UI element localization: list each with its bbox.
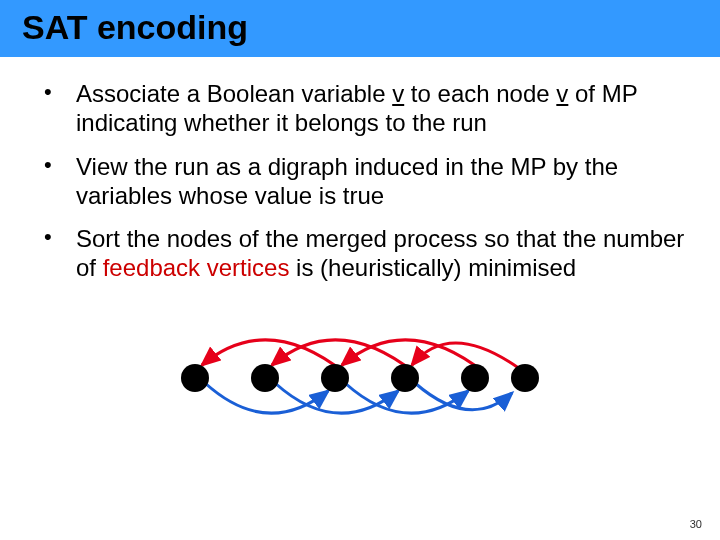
- bullet-3-feedback: feedback vertices: [103, 254, 290, 281]
- node-3: [321, 364, 349, 392]
- bullet-1-var-2: v: [556, 80, 568, 107]
- bullet-1: Associate a Boolean variable v to each n…: [30, 79, 690, 138]
- node-1: [181, 364, 209, 392]
- node-5: [461, 364, 489, 392]
- bullet-1-text-b: to each node: [404, 80, 556, 107]
- node-6: [511, 364, 539, 392]
- back-arc-4: [412, 343, 520, 369]
- bullet-1-text-a: Associate a Boolean variable: [76, 80, 392, 107]
- digraph-diagram: [30, 313, 690, 433]
- bullet-list: Associate a Boolean variable v to each n…: [30, 79, 690, 283]
- slide-title: SAT encoding: [22, 8, 720, 47]
- slide: SAT encoding Associate a Boolean variabl…: [0, 0, 720, 540]
- bullet-3: Sort the nodes of the merged process so …: [30, 224, 690, 283]
- slide-body: Associate a Boolean variable v to each n…: [0, 57, 720, 433]
- node-4: [391, 364, 419, 392]
- digraph-svg: [150, 313, 570, 433]
- title-bar: SAT encoding: [0, 0, 720, 57]
- fwd-arc-4: [415, 383, 512, 410]
- bullet-2-text: View the run as a digraph induced in the…: [76, 153, 618, 209]
- bullet-3-text-b: is (heuristically) minimised: [289, 254, 576, 281]
- node-2: [251, 364, 279, 392]
- bullet-1-var-1: v: [392, 80, 404, 107]
- page-number: 30: [690, 518, 702, 530]
- bullet-2: View the run as a digraph induced in the…: [30, 152, 690, 211]
